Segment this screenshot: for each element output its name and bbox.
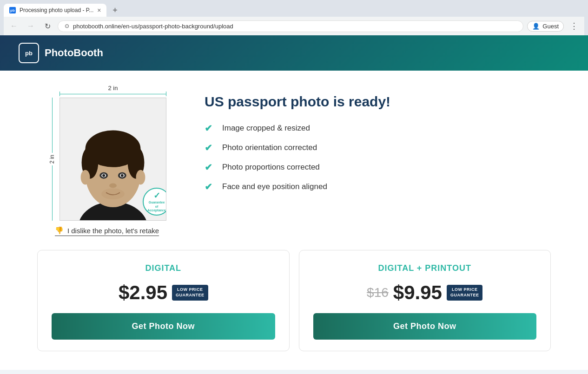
retake-button[interactable]: 👎 I dislike the photo, let's retake (55, 226, 159, 236)
photo-with-side-dimension: 2 in (47, 98, 166, 221)
address-lock-icon: ⊙ (65, 23, 69, 29)
digital-get-photo-button[interactable]: Get Photo Now (52, 313, 275, 340)
site-logo: pb PhotoBooth (19, 43, 103, 63)
digital-price-row: $2.95 LOW PRICE GUARANTEE (119, 282, 208, 304)
svg-point-13 (109, 184, 117, 188)
svg-point-12 (121, 174, 124, 177)
check-icon-2: ✔ (205, 142, 216, 153)
feature-text-2: Photo orientation corrected (222, 143, 317, 152)
digital-printout-plan-name: DIGITAL + PRINTOUT (378, 263, 471, 273)
guarantee-line3: Acceptance (147, 209, 165, 212)
printout-get-photo-button[interactable]: Get Photo Now (313, 313, 537, 340)
tab-favicon: pb (9, 7, 16, 13)
digital-printout-price-row: $16 $9.95 LOW PRICE GUARANTEE (367, 282, 482, 304)
profile-button[interactable]: 👤 Guest (527, 21, 564, 32)
svg-point-14 (101, 188, 125, 199)
feature-text-1: Image cropped & resized (222, 124, 310, 133)
check-icon-4: ✔ (205, 181, 216, 192)
feature-text-3: Photo proportions corrected (222, 163, 320, 172)
main-content: 2 in 2 in (0, 71, 588, 250)
guarantee-line1: Guarantee (149, 201, 165, 204)
side-dimension: 2 in (47, 98, 57, 221)
feature-item-3: ✔ Photo proportions corrected (205, 162, 551, 173)
horizontal-line (60, 94, 166, 94)
site-header: pb PhotoBooth (0, 35, 588, 71)
feature-item-4: ✔ Face and eye position aligned (205, 181, 551, 192)
browser-menu-button[interactable]: ⋮ (568, 20, 581, 33)
profile-label: Guest (542, 23, 559, 30)
tab-close-button[interactable]: × (97, 7, 101, 14)
digital-price: $2.95 (119, 282, 167, 304)
guarantee-check-icon: ✓ (153, 191, 160, 201)
back-button[interactable]: ← (7, 20, 20, 33)
printout-low-price-badge: LOW PRICE GUARANTEE (447, 285, 483, 300)
logo-icon-text: pb (25, 50, 33, 57)
guarantee-badge: ✓ Guarantee of Acceptance (143, 188, 166, 216)
profile-icon: 👤 (532, 23, 540, 30)
new-tab-button[interactable]: + (108, 4, 121, 17)
badge-line2: GUARANTEE (176, 293, 205, 298)
printout-price: $9.95 (393, 282, 442, 304)
brand-name: PhotoBooth (45, 47, 103, 59)
feature-list: ✔ Image cropped & resized ✔ Photo orient… (205, 123, 551, 192)
tab-title: Processing photo upload - P... (20, 7, 93, 13)
page-content: pb PhotoBooth 2 in 2 in (0, 35, 588, 370)
refresh-button[interactable]: ↻ (41, 20, 54, 33)
feature-text-4: Face and eye position aligned (222, 182, 327, 191)
dimension-side-label: 2 in (49, 153, 55, 165)
feature-item-1: ✔ Image cropped & resized (205, 123, 551, 134)
address-text: photobooth.online/en-us/passport-photo-b… (73, 23, 516, 30)
side-line-top (52, 98, 53, 153)
top-dimension-line (59, 92, 166, 96)
pricing-section: DIGITAL $2.95 LOW PRICE GUARANTEE Get Ph… (0, 250, 588, 370)
photo-section: 2 in 2 in (37, 85, 177, 236)
browser-chrome: pb Processing photo upload - P... × + ← … (0, 0, 588, 35)
digital-card: DIGITAL $2.95 LOW PRICE GUARANTEE Get Ph… (37, 250, 290, 351)
passport-photo: ✓ Guarantee of Acceptance (59, 98, 166, 221)
feature-item-2: ✔ Photo orientation corrected (205, 142, 551, 153)
digital-plan-name: DIGITAL (145, 263, 181, 273)
digital-printout-card: DIGITAL + PRINTOUT $16 $9.95 LOW PRICE G… (299, 250, 551, 351)
thumbs-down-icon: 👎 (55, 226, 64, 235)
ready-title: US passport photo is ready! (205, 94, 551, 110)
svg-point-16 (136, 170, 145, 185)
printout-badge-line1: LOW PRICE (450, 287, 479, 293)
retake-label: I dislike the photo, let's retake (67, 227, 159, 235)
printout-old-price: $16 (367, 285, 389, 300)
side-line-bottom (52, 165, 53, 221)
digital-low-price-badge: LOW PRICE GUARANTEE (172, 285, 208, 300)
svg-point-11 (102, 174, 105, 177)
right-tick (166, 92, 166, 96)
check-icon-1: ✔ (205, 123, 216, 134)
dimension-top-label: 2 in (59, 85, 166, 92)
logo-icon: pb (19, 43, 39, 63)
svg-point-15 (81, 170, 90, 185)
browser-controls: ← → ↻ ⊙ photobooth.online/en-us/passport… (4, 17, 584, 35)
browser-tab-active[interactable]: pb Processing photo upload - P... × (4, 4, 106, 17)
printout-badge-line2: GUARANTEE (450, 293, 479, 298)
top-dimension-label-row: 2 in (59, 85, 166, 92)
address-bar[interactable]: ⊙ photobooth.online/en-us/passport-photo… (58, 20, 523, 32)
check-icon-3: ✔ (205, 162, 216, 173)
info-section: US passport photo is ready! ✔ Image crop… (205, 85, 551, 192)
guarantee-line2: of (155, 205, 159, 209)
browser-tabs: pb Processing photo upload - P... × + (4, 4, 584, 17)
forward-button[interactable]: → (24, 20, 37, 33)
badge-line1: LOW PRICE (176, 287, 205, 293)
